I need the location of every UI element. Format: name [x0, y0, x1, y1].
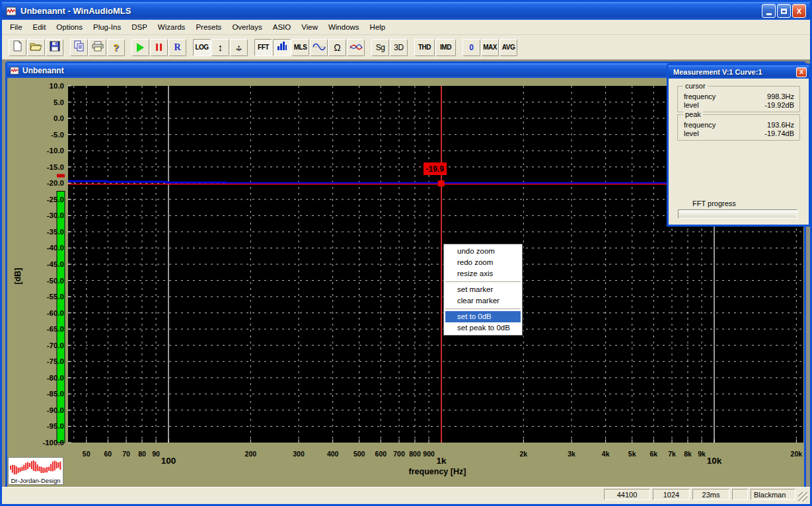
svg-text:3k: 3k: [568, 450, 575, 458]
impedance-button[interactable]: Ω: [328, 39, 346, 56]
copy-icon: [74, 40, 85, 54]
svg-text:90: 90: [152, 450, 160, 458]
thd-button[interactable]: THD: [414, 39, 435, 56]
svg-text:10.0: 10.0: [50, 82, 64, 90]
svg-text:-45.0: -45.0: [47, 260, 64, 268]
log-scale-button[interactable]: LOG: [193, 39, 211, 56]
printer-icon: [92, 41, 104, 54]
pause-button[interactable]: [150, 39, 168, 56]
svg-text:-95.0: -95.0: [47, 422, 64, 430]
omega-icon: Ω: [334, 42, 340, 53]
context-menu-item-set-to-0db[interactable]: set to 0dB: [445, 311, 521, 322]
menu-item-edit[interactable]: Edit: [28, 21, 52, 33]
menu-item-asio[interactable]: ASIO: [268, 21, 296, 33]
svg-text:-65.0: -65.0: [47, 325, 64, 333]
context-menu-item-undo-zoom[interactable]: undo zoom: [445, 246, 521, 257]
close-button[interactable]: X: [792, 4, 806, 18]
svg-text:5k: 5k: [628, 450, 636, 458]
toolbar-separator: [457, 39, 462, 56]
sine-wave-icon: [313, 42, 326, 54]
title-bar: Unbenannt - WinAudioMLS X: [2, 2, 810, 20]
vertical-scale-button[interactable]: ↕: [211, 39, 229, 56]
svg-text:-30.0: -30.0: [47, 211, 64, 219]
svg-text:-10.0: -10.0: [47, 147, 64, 155]
x-axis-title: frequency [Hz]: [409, 467, 466, 476]
resize-grip[interactable]: [798, 492, 807, 501]
menu-item-overlays[interactable]: Overlays: [227, 21, 267, 33]
play-button[interactable]: [131, 39, 149, 56]
menu-item-options[interactable]: Options: [51, 21, 88, 33]
toolbar-separator: [187, 39, 193, 56]
question-mark-icon: ?: [113, 42, 119, 53]
open-file-button[interactable]: [27, 39, 45, 56]
max-hold-button[interactable]: MAX: [481, 39, 499, 56]
svg-text:500: 500: [353, 450, 365, 458]
menu-item-plug-ins[interactable]: Plug-Ins: [88, 21, 126, 33]
svg-text:-15.0: -15.0: [47, 163, 64, 171]
svg-text:-35.0: -35.0: [47, 228, 64, 236]
vertical-arrows-icon: ↕: [218, 42, 223, 53]
menu-item-wizards[interactable]: Wizards: [153, 21, 191, 33]
signal-generator-button[interactable]: Sg: [371, 39, 389, 56]
menu-item-presets[interactable]: Presets: [190, 21, 227, 33]
context-menu-item-set-marker[interactable]: set marker: [445, 284, 521, 295]
menu-item-dsp[interactable]: DSP: [126, 21, 153, 33]
fft-progress-bar: [678, 209, 797, 219]
measurement-close-icon[interactable]: X: [796, 67, 807, 77]
svg-text:-100.0: -100.0: [42, 439, 64, 447]
window-title: Unbenannt - WinAudioMLS: [20, 6, 760, 16]
cursor-group: cursor frequency 998.3Hz level -19.92dB: [677, 86, 800, 112]
svg-text:-25.0: -25.0: [47, 196, 64, 203]
marker-point: [438, 180, 445, 186]
measurement-title-bar[interactable]: Measurement V:1 Curve:1 X: [669, 65, 809, 79]
context-menu-item-set-peak-to-0db[interactable]: set peak to 0dB: [445, 322, 521, 334]
reset-r-icon: R: [174, 42, 180, 53]
play-icon: [137, 43, 144, 52]
help-button[interactable]: ?: [107, 39, 125, 56]
average-button[interactable]: AVG: [499, 39, 517, 56]
context-menu-item-redo-zoom[interactable]: redo zoom: [445, 257, 521, 268]
3d-view-button[interactable]: 3D: [390, 39, 408, 56]
thd-button-label: THD: [418, 44, 431, 51]
spectrum-bars-button[interactable]: [273, 39, 291, 56]
logo-text: Dr-Jordan-Design: [9, 477, 63, 484]
save-button[interactable]: [46, 39, 63, 56]
new-file-button[interactable]: [9, 39, 26, 56]
zero-db-button[interactable]: 0: [462, 39, 480, 56]
svg-text:20k: 20k: [791, 450, 803, 458]
zero-icon: 0: [469, 43, 474, 52]
cursor-frequency-row: frequency 998.3Hz: [678, 92, 799, 101]
peak-frequency-label: frequency: [684, 121, 716, 129]
svg-text:-75.0: -75.0: [47, 357, 64, 365]
logo-waveform-icon: [9, 458, 63, 476]
fft-mode-button[interactable]: FFT: [254, 39, 272, 56]
print-button[interactable]: [89, 39, 106, 56]
svg-text:-5.0: -5.0: [51, 131, 64, 139]
menu-bar: FileEditOptionsPlug-InsDSPWizardsPresets…: [2, 20, 810, 35]
menu-item-help[interactable]: Help: [365, 21, 391, 33]
svg-text:60: 60: [104, 450, 112, 458]
svg-text:-55.0: -55.0: [47, 293, 64, 301]
context-menu-item-resize-axis[interactable]: resize axis: [445, 268, 521, 279]
average-button-label: AVG: [502, 44, 515, 51]
mls-mode-button[interactable]: MLS: [291, 39, 309, 56]
svg-text:5.0: 5.0: [54, 98, 64, 106]
svg-text:-80.0: -80.0: [47, 374, 64, 382]
move-axis-button[interactable]: ↔↕: [230, 39, 248, 56]
reset-button[interactable]: R: [168, 39, 186, 56]
y-axis-title: [dB]: [13, 268, 22, 285]
maximize-button[interactable]: [777, 4, 791, 18]
imd-button[interactable]: IMD: [435, 39, 456, 56]
minimize-button[interactable]: [762, 4, 776, 18]
menu-item-view[interactable]: View: [296, 21, 323, 33]
context-menu-item-clear-marker[interactable]: clear marker: [445, 295, 521, 307]
cursor-level-value: -19.92dB: [764, 101, 794, 110]
svg-text:2k: 2k: [519, 450, 527, 458]
menu-item-windows[interactable]: Windows: [323, 21, 365, 33]
menu-item-file[interactable]: File: [5, 21, 28, 33]
sine-signal-button[interactable]: [310, 39, 328, 56]
log-scale-button-label: LOG: [195, 44, 208, 51]
transfer-function-button[interactable]: [347, 39, 365, 56]
level-meter-peak-tick: [57, 174, 65, 178]
copy-button[interactable]: [70, 39, 88, 56]
